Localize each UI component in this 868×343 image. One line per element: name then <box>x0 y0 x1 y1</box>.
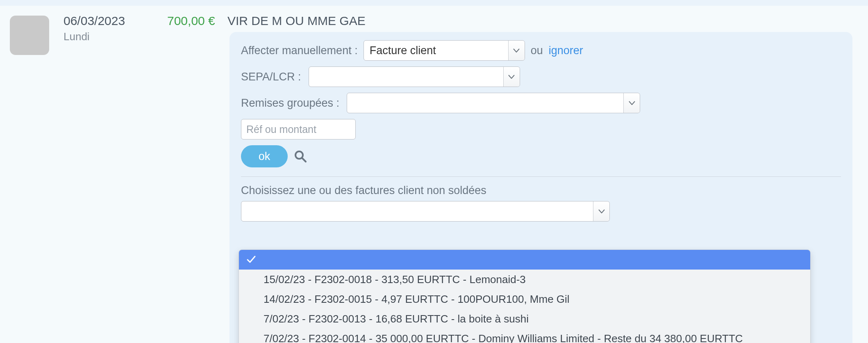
chevron-down-icon[interactable] <box>593 201 609 221</box>
dropdown-item-label: 15/02/23 - F2302-0018 - 313,50 EURTTC - … <box>264 273 526 286</box>
transaction-dow: Lundi <box>64 30 125 43</box>
ref-or-amount-input[interactable] <box>241 119 356 139</box>
transaction-thumbnail[interactable] <box>10 16 49 55</box>
dropdown-item[interactable]: 14/02/23 - F2302-0015 - 4,97 EURTTC - 10… <box>239 289 810 309</box>
sepa-select[interactable] <box>309 66 520 87</box>
top-strip <box>0 0 868 6</box>
dropdown-item-selected[interactable] <box>239 250 810 270</box>
chevron-down-icon[interactable] <box>508 41 525 60</box>
dropdown-item-label: 7/02/23 - F2302-0013 - 16,68 EURTTC - la… <box>264 313 529 325</box>
sepa-label: SEPA/LCR : <box>241 71 301 83</box>
assign-select[interactable]: Facture client <box>364 40 525 61</box>
dropdown-item[interactable]: 7/02/23 - F2302-0013 - 16,68 EURTTC - la… <box>239 309 810 329</box>
ok-button[interactable]: ok <box>241 145 288 167</box>
transaction-date-block: 06/03/2023 Lundi <box>64 14 125 43</box>
invoice-dropdown: 15/02/23 - F2302-0018 - 313,50 EURTTC - … <box>239 249 811 343</box>
assign-label: Affecter manuellement : <box>241 44 358 57</box>
divider <box>241 176 841 177</box>
dropdown-item[interactable]: 7/02/23 - F2302-0014 - 35 000,00 EURTTC … <box>239 329 810 343</box>
transaction-amount: 700,00 € <box>167 14 215 28</box>
check-icon <box>246 255 256 265</box>
assign-or-text: ou <box>531 44 543 57</box>
invoice-select[interactable] <box>241 201 610 222</box>
assign-select-value: Facture client <box>364 44 436 57</box>
dropdown-item-label: 7/02/23 - F2302-0014 - 35 000,00 EURTTC … <box>264 332 743 343</box>
svg-line-1 <box>302 158 306 162</box>
chevron-down-icon[interactable] <box>623 93 640 113</box>
remises-select[interactable] <box>347 93 640 113</box>
search-icon[interactable] <box>292 148 309 165</box>
choose-invoices-label: Choisissez une ou des factures client no… <box>241 184 841 197</box>
dropdown-item[interactable]: 15/02/23 - F2302-0018 - 313,50 EURTTC - … <box>239 270 810 289</box>
transaction-description: VIR DE M OU MME GAE <box>227 14 366 28</box>
transaction-date: 06/03/2023 <box>64 14 125 28</box>
dropdown-item-label: 14/02/23 - F2302-0015 - 4,97 EURTTC - 10… <box>264 293 570 306</box>
remises-label: Remises groupées : <box>241 97 339 110</box>
chevron-down-icon[interactable] <box>503 67 520 87</box>
ignore-link[interactable]: ignorer <box>549 44 583 57</box>
